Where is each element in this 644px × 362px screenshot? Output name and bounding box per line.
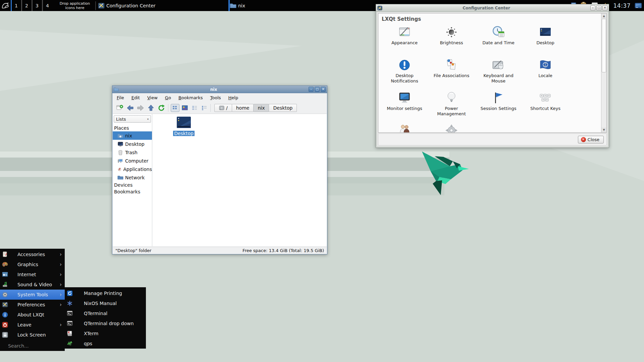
xterm-icon [67, 330, 73, 337]
settings-item-file-associations[interactable]: File Associations [428, 58, 475, 78]
settings-item-locale[interactable]: Locale [522, 58, 569, 78]
minimize-button[interactable]: – [590, 5, 595, 10]
nixos-icon [67, 300, 73, 306]
file-item-desktop[interactable]: Desktop [171, 116, 197, 136]
settings-item-desktop-notifications[interactable]: Desktop Notifications [381, 58, 428, 84]
menu-tools[interactable]: Tools [210, 95, 221, 100]
search-input[interactable] [8, 343, 58, 349]
sidebar-mode-combobox[interactable]: Lists ▾ [114, 115, 151, 123]
compact-view-button[interactable] [200, 104, 209, 112]
menu-edit[interactable]: Edit [131, 95, 140, 100]
menu-item-graphics[interactable]: Graphics › [0, 259, 65, 269]
network-folder-icon [117, 175, 123, 180]
detailed-list-view-button[interactable] [190, 104, 199, 112]
maximize-button[interactable]: ▢ [315, 87, 320, 92]
chevron-down-icon: ▾ [147, 118, 149, 121]
new-tab-button[interactable] [115, 104, 124, 112]
main-menu-button[interactable] [0, 0, 11, 11]
submenu-item-qterminal-dropdown[interactable]: QTerminal drop down [65, 318, 146, 328]
settings-item-shortcut-keys[interactable]: Shortcut Keys [522, 91, 569, 111]
settings-item-desktop[interactable]: Desktop [522, 25, 569, 46]
forward-button[interactable] [136, 104, 145, 112]
menu-item-system-tools[interactable]: System Tools › [0, 290, 65, 300]
up-button[interactable] [147, 104, 155, 112]
settings-item-power-management[interactable]: Power Management [428, 91, 475, 117]
submenu-arrow-icon: › [60, 282, 62, 288]
quicklaunch-drop-hint[interactable]: Drop application icons here [55, 1, 95, 10]
menu-item-lock-screen[interactable]: Lock Screen [0, 330, 65, 340]
menu-help[interactable]: Help [228, 95, 238, 100]
submenu-arrow-icon: › [60, 322, 62, 328]
workspace-button-3[interactable]: 3 [32, 0, 42, 11]
window-title: nix [119, 87, 309, 92]
submenu-item-xterm[interactable]: XTerm [65, 328, 146, 339]
menu-search-row[interactable] [0, 341, 65, 351]
settings-item-appearance[interactable]: Appearance [381, 25, 428, 46]
appearance-icon [398, 26, 411, 38]
close-button[interactable]: ✕ [321, 87, 326, 92]
sidebar-item-applications[interactable]: Applications [113, 165, 152, 173]
submenu-item-manage-printing[interactable]: Manage Printing [65, 288, 146, 298]
workspace-button-1[interactable]: 1 [11, 0, 21, 11]
clock[interactable]: 14:37 [613, 2, 631, 9]
settings-item-session-settings[interactable]: Session Settings [475, 91, 522, 111]
system-tools-icon [2, 292, 8, 298]
submenu-item-qps[interactable]: qps [65, 339, 146, 349]
submenu-item-nixos-manual[interactable]: NixOS Manual [65, 298, 146, 308]
task-button-configuration-center[interactable]: Configuration Center [97, 0, 228, 11]
icon-view-button[interactable] [171, 104, 179, 112]
refresh-button[interactable] [157, 104, 166, 112]
menu-view[interactable]: View [147, 95, 158, 100]
path-root-button[interactable]: / [214, 104, 232, 112]
sidebar-item-nix[interactable]: nix [113, 131, 152, 140]
submenu-item-qterminal[interactable]: QTerminal [65, 308, 146, 318]
path-nix-button[interactable]: nix [253, 104, 269, 112]
sidebar-item-desktop[interactable]: Desktop [113, 140, 152, 148]
settings-item-monitor-settings[interactable]: Monitor settings [381, 91, 428, 111]
menu-item-preferences[interactable]: Preferences › [0, 300, 65, 310]
close-button[interactable]: ✕ [602, 5, 607, 10]
close-dialog-button[interactable]: ✕ Close [578, 136, 604, 143]
thumbnail-view-button[interactable] [180, 104, 189, 112]
path-home-button[interactable]: home [232, 104, 254, 112]
file-list-view[interactable]: Desktop [152, 114, 327, 246]
menu-item-accessories[interactable]: Accessories › [0, 249, 65, 259]
scroll-up-arrow[interactable]: ▲ [601, 13, 606, 18]
menu-go[interactable]: Go [165, 95, 171, 100]
settings-icon-view[interactable]: LXQt Settings Appearance Brightness Date… [378, 13, 607, 133]
close-x-icon: ✕ [581, 137, 586, 142]
menu-item-about-lxqt[interactable]: About LXQt [0, 310, 65, 320]
scrollbar[interactable]: ▲ ▼ [601, 13, 606, 132]
maximize-button[interactable]: ▢ [596, 5, 601, 10]
menu-item-internet[interactable]: Internet › [0, 269, 65, 280]
path-desktop-button[interactable]: Desktop [269, 104, 297, 112]
config-center-icon [377, 6, 382, 10]
settings-item-date-time[interactable]: Date and Time [475, 25, 522, 46]
settings-item-brightness[interactable]: Brightness [428, 25, 475, 46]
display-device-icon[interactable] [634, 2, 642, 10]
menu-file[interactable]: File [117, 95, 124, 100]
sidebar-item-trash[interactable]: Trash [113, 148, 152, 157]
task-button-nix[interactable]: nix [228, 0, 360, 11]
menu-item-sound-video[interactable]: Sound & Video › [0, 280, 65, 290]
workspace-button-2[interactable]: 2 [21, 0, 32, 11]
dialog-button-row: ✕ Close [378, 133, 607, 145]
scroll-down-arrow[interactable]: ▼ [601, 127, 606, 132]
file-manager-titlebar[interactable]: nix – ▢ ✕ [112, 86, 327, 93]
configuration-center-titlebar[interactable]: Configuration Center – ▢ ✕ [376, 4, 609, 12]
back-button[interactable] [126, 104, 135, 112]
workspace-button-4[interactable]: 4 [42, 0, 52, 11]
submenu-arrow-icon: › [60, 292, 62, 298]
sidebar-item-network[interactable]: Network [113, 173, 152, 182]
settings-item-keyboard-mouse[interactable]: Keyboard and Mouse [475, 58, 522, 84]
menu-item-leave[interactable]: Leave › [0, 320, 65, 330]
scrollbar-thumb[interactable] [602, 19, 606, 72]
minimize-button[interactable]: – [309, 87, 314, 92]
settings-item-gear[interactable] [428, 124, 475, 133]
power-icon [446, 91, 457, 105]
gear-icon [445, 124, 458, 133]
menu-bookmarks[interactable]: Bookmarks [178, 95, 203, 100]
sidebar-item-computer[interactable]: Computer [113, 157, 152, 165]
path-bar: / home nix Desktop [214, 104, 297, 112]
settings-item-users[interactable] [381, 124, 428, 133]
